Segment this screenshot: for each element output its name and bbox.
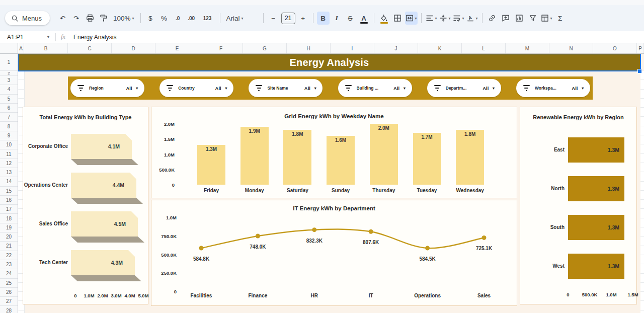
borders-button[interactable] [391,12,404,25]
row-header-26[interactable]: 26 [0,288,18,297]
font-select[interactable]: Arial▾ [224,12,246,25]
column-header-C[interactable]: C [68,43,112,53]
text-wrap-button[interactable]: ▾ [452,12,465,25]
print-button[interactable] [84,12,96,25]
bold-button[interactable]: B [317,12,330,25]
category-label-operations-center: Operations Center [23,173,68,198]
text-rotation-button[interactable]: A▾ [466,12,478,25]
column-header-L[interactable]: L [462,43,506,53]
column-header-I[interactable]: I [331,43,374,53]
column-header-M[interactable]: M [506,43,549,53]
zoom-select[interactable]: 100%▾ [111,12,137,25]
row-header-1[interactable]: 1 [0,54,18,71]
chart-grid-energy-by-weekday[interactable]: Grid Energy kWh by Weekday Name2.0M1.5M1… [151,107,517,198]
format-percent-button-glyph: % [161,15,167,22]
fill-color-button[interactable] [378,12,390,25]
row-header-25[interactable]: 25 [0,279,18,288]
row-header-12[interactable]: 12 [0,159,18,168]
row-header-27[interactable]: 27 [0,297,18,306]
row-header-16[interactable]: 16 [0,196,18,205]
column-header-D[interactable]: D [112,43,155,53]
font-size-input[interactable]: 21 [281,13,295,24]
column-header-O[interactable]: O [593,43,637,53]
paint-format-button[interactable] [97,12,110,25]
row-header-9[interactable]: 9 [0,131,18,140]
row-header-23[interactable]: 23 [0,260,18,269]
insert-chart-button[interactable] [513,12,526,25]
chevron-down-icon: ▾ [242,16,244,21]
chart-it-energy-by-department[interactable]: IT Energy kWh by Department1.0M750.0K500… [151,200,517,306]
chart-total-energy-by-building-type[interactable]: Total Energy kWh by Building TypeCorpora… [23,107,148,304]
toolbar-divider [140,13,141,23]
row-header-21[interactable]: 21 [0,242,18,251]
row-header-24[interactable]: 24 [0,269,18,278]
column-header-P[interactable]: P [637,43,644,53]
format-percent-button[interactable]: % [158,12,171,25]
select-all-corner[interactable] [0,43,18,54]
formula-input[interactable]: Energy Analysis [73,34,116,41]
menus-pill[interactable]: Menus [5,11,50,25]
more-formats-button[interactable]: 123 [199,12,216,25]
row-header-3[interactable]: 3 [0,76,18,85]
row-header-20[interactable]: 20 [0,232,18,242]
x-category-label: Operations [405,293,450,298]
toolbar-divider [220,13,220,23]
slicer-building-[interactable]: Building ...All▼ [338,79,412,97]
table-views-button[interactable]: ▾ [540,12,553,25]
column-header-G[interactable]: G [243,43,287,53]
undo-button[interactable]: ↶ [56,12,69,25]
y-tick-label: 2.0M [151,121,175,127]
strikethrough-button[interactable]: S [344,12,357,25]
row-header-8[interactable]: 8 [0,122,18,131]
column-header-B[interactable]: B [24,43,68,53]
horizontal-align-button[interactable]: ▾ [425,12,438,25]
insert-link-button[interactable] [486,12,499,25]
column-header-F[interactable]: F [199,43,243,53]
cells-area: Energy Analysis RegionAll▼CountryAll▼Sit… [18,54,644,313]
row-header-4[interactable]: 4 [0,85,18,94]
format-currency-button[interactable]: $ [144,12,157,25]
row-header-5[interactable]: 5 [0,95,18,104]
italic-button[interactable]: I [331,12,343,25]
line-chart-svg: 584.8K748.0K832.3K807.6K584.5K725.1K [184,214,511,294]
row-header-11[interactable]: 11 [0,149,18,159]
insert-comment-button[interactable] [500,12,512,25]
slicer-region[interactable]: RegionAll▼ [70,79,144,97]
row-header-19[interactable]: 19 [0,223,18,232]
merge-cells-button[interactable]: ▾ [405,12,418,25]
row-header-17[interactable]: 17 [0,205,18,214]
row-header-28[interactable]: 28 [0,306,18,313]
name-box[interactable]: A1:P1 ▼ [0,34,50,41]
decrease-font-size-button[interactable]: − [267,12,280,25]
increase-decimals-button[interactable]: .00 [185,12,198,25]
row-header-14[interactable]: 14 [0,177,18,186]
row-header-10[interactable]: 10 [0,140,18,149]
column-header-J[interactable]: J [374,43,418,53]
selection-fill-handle[interactable] [637,69,642,73]
row-header-6[interactable]: 6 [0,104,18,113]
y-tick-label: 1.0M [151,152,175,158]
row-header-13[interactable]: 13 [0,168,18,177]
column-header-N[interactable]: N [549,43,593,53]
row-header-18[interactable]: 18 [0,214,18,223]
slicer-workspa-[interactable]: Workspa...All▼ [516,79,590,97]
redo-button[interactable]: ↷ [70,12,83,25]
slicer-departm-[interactable]: Departm...All▼ [427,79,501,97]
row-header-22[interactable]: 22 [0,251,18,260]
vertical-align-button[interactable]: ▾ [439,12,451,25]
row-header-15[interactable]: 15 [0,187,18,196]
column-header-E[interactable]: E [155,43,199,53]
slicer-site-name[interactable]: Site NameAll▼ [249,79,323,97]
create-filter-button[interactable] [527,12,539,25]
chart-renewable-energy-by-region[interactable]: Renewable Energy kWh by RegionEast1.3MNo… [520,107,637,304]
column-header-K[interactable]: K [418,43,462,53]
decrease-decimals-button[interactable]: .0 [172,12,184,25]
increase-font-size-button[interactable]: + [297,12,309,25]
text-color-button[interactable]: A [358,12,370,25]
functions-button[interactable]: Σ [554,12,567,25]
row-header-2[interactable]: 2 [0,71,18,76]
column-header-A[interactable]: A [18,43,24,53]
slicer-country[interactable]: CountryAll▼ [159,79,233,97]
row-header-7[interactable]: 7 [0,113,18,122]
column-header-H[interactable]: H [287,43,331,53]
